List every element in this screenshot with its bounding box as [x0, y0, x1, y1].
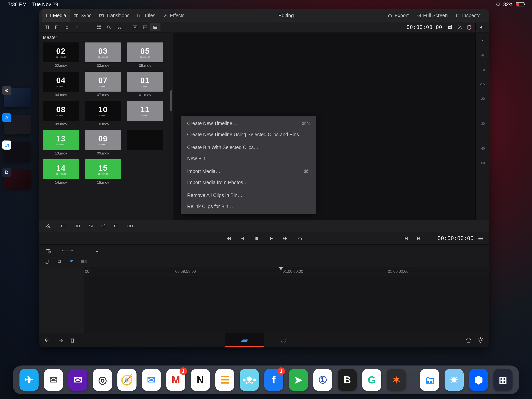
clip[interactable]	[127, 130, 163, 155]
tab-sync[interactable]: Sync	[70, 9, 95, 22]
menu-item[interactable]: Relink Clips for Bin…	[181, 201, 316, 212]
clip-thumbnail[interactable]	[127, 130, 163, 150]
menu-item[interactable]: Create Bin With Selected Clips…	[181, 142, 316, 153]
panel-toggle-button[interactable]	[42, 23, 52, 31]
dock-app-gmail[interactable]: M1	[166, 369, 185, 391]
clip[interactable]: 1501:00:00:0015.mov	[85, 159, 121, 185]
clip[interactable]: 0201:00:00:0002.mov	[43, 42, 79, 68]
clip-thumbnail[interactable]: 0201:00:00:00	[43, 42, 79, 62]
next-clip-button[interactable]	[415, 235, 423, 242]
menu-item[interactable]: Remove All Clips in Bin…	[181, 190, 316, 201]
dock-app-files[interactable]: 🗂	[420, 369, 439, 391]
bin-breadcrumb[interactable]: Master	[39, 33, 173, 41]
playhead-marker[interactable]	[279, 267, 283, 270]
tab-media[interactable]: Media	[43, 9, 70, 22]
flag-button[interactable]	[68, 258, 76, 265]
dock-app-bundle[interactable]: ⊞	[494, 369, 513, 391]
dock-app-yahoo[interactable]: ✉︎	[68, 369, 88, 391]
volume-button[interactable]	[477, 23, 487, 32]
clip[interactable]: 0901:00:00:0009.mov	[85, 130, 121, 155]
menu-item[interactable]: Create New Timeline Using Selected Clips…	[181, 129, 316, 140]
clip[interactable]: 0301:00:00:0003.mov	[85, 42, 121, 68]
clip[interactable]: 0501:00:00:0005.mov	[127, 42, 163, 68]
dock-app-apple-mail[interactable]: ✉︎	[142, 369, 161, 391]
home-button[interactable]	[465, 337, 472, 344]
prev-clip-button[interactable]	[402, 235, 410, 242]
clip-thumbnail[interactable]: 0401:00:00:00	[43, 72, 79, 91]
fx-button[interactable]	[72, 23, 82, 31]
tab-titles[interactable]: T Titles	[133, 9, 159, 22]
dock-app-facebook[interactable]: f1	[264, 369, 283, 391]
clip-thumbnail[interactable]: 1301:00:00:00	[43, 130, 79, 150]
dock-app-dropbox[interactable]: ⬢	[469, 369, 488, 391]
dock-app-feedly[interactable]: ➤	[289, 369, 308, 391]
clip-thumbnail[interactable]: 1501:00:00:00	[85, 159, 121, 179]
append-button[interactable]	[112, 221, 122, 231]
color-wheel-button[interactable]	[464, 23, 474, 32]
av-toggle-button[interactable]	[80, 258, 88, 265]
viewer-mode-button[interactable]	[150, 23, 160, 31]
clip-grid[interactable]: 0201:00:00:0002.mov0301:00:00:0003.mov05…	[39, 41, 173, 220]
settings-button[interactable]	[477, 337, 484, 344]
tab-transitions[interactable]: Transitions	[95, 9, 133, 22]
play-reverse-button[interactable]	[239, 235, 246, 242]
tab-export[interactable]: Export	[384, 9, 412, 22]
clip-thumbnail[interactable]: 0501:00:00:00	[127, 42, 163, 62]
clip-thumbnail[interactable]: 0801:00:00:00	[43, 101, 79, 121]
dock-app-safari[interactable]: 🧭	[117, 369, 137, 391]
dock-app-resolve[interactable]: ✶	[387, 369, 406, 391]
clip[interactable]: 1001:00:00:0010.mov	[85, 101, 121, 126]
delete-button[interactable]	[69, 337, 76, 344]
camera-toggle-button[interactable]	[446, 23, 455, 32]
menu-item[interactable]: New Bin	[181, 153, 316, 164]
dock-app-chrome[interactable]: ◎	[93, 369, 112, 391]
clip[interactable]: 1101:00:00:00	[127, 101, 163, 126]
clip-thumbnail[interactable]: 0901:00:00:00	[85, 130, 121, 150]
dock-app-grammarly[interactable]: G	[362, 369, 381, 391]
magic-button[interactable]	[455, 23, 464, 32]
dock-app-bear[interactable]: B	[338, 369, 357, 391]
menu-item[interactable]: Create New Timeline…⌘N	[181, 118, 316, 129]
dock-app-1password[interactable]: ①	[313, 369, 332, 391]
skip-back-button[interactable]	[224, 235, 232, 242]
clip-thumbnail[interactable]: 0301:00:00:00	[85, 42, 121, 62]
timeline-lock-button[interactable]	[43, 246, 53, 255]
insert-button[interactable]	[59, 221, 69, 231]
import-button[interactable]	[52, 23, 62, 31]
replace-button[interactable]	[85, 221, 96, 231]
fit-button[interactable]	[98, 221, 109, 231]
stage-thumb[interactable]: ⚙︎	[4, 87, 31, 107]
sort-button[interactable]	[114, 23, 124, 31]
viewer-mode-button[interactable]	[130, 23, 140, 31]
ripple-button[interactable]	[125, 221, 135, 231]
clip[interactable]: 1401:00:00:0014.mov	[43, 159, 79, 185]
overwrite-button[interactable]	[72, 221, 82, 231]
stop-button[interactable]	[253, 235, 261, 242]
cut-page-button[interactable]	[225, 333, 264, 347]
grid-view-button[interactable]	[94, 23, 104, 31]
edit-page-button[interactable]	[264, 333, 303, 347]
dock-app-notion[interactable]: N	[191, 369, 210, 391]
snap-button[interactable]	[43, 258, 51, 265]
stage-thumb[interactable]: A	[4, 115, 31, 135]
clip-thumbnail[interactable]: 1101:00:00:00	[127, 101, 163, 121]
sync-button[interactable]	[62, 23, 72, 31]
clip-thumbnail[interactable]: 1001:00:00:00	[85, 101, 121, 121]
stage-thumb[interactable]: 🗂	[4, 142, 31, 162]
stage-thumb[interactable]: D	[4, 169, 31, 189]
blade-button[interactable]	[43, 221, 53, 231]
dock-app-shortcuts[interactable]: ✷	[444, 369, 464, 391]
clip-thumbnail[interactable]: 1401:00:00:00	[43, 159, 79, 179]
clip[interactable]: 0801:00:00:0008.mov	[43, 101, 79, 126]
clip-thumbnail[interactable]: 0101:00:00:00	[127, 72, 163, 91]
redo-button[interactable]	[57, 337, 63, 344]
ruler[interactable]: 0000:59:58:0001:00:00:0001:00:02:00	[84, 267, 489, 276]
tab-inspector[interactable]: Inspector	[452, 9, 486, 22]
clip-thumbnail[interactable]: 0701:00:00:00	[85, 72, 121, 91]
dock-app-spark[interactable]: ✈︎	[19, 369, 38, 391]
play-button[interactable]	[267, 235, 275, 242]
dock-app-tweetbot[interactable]: •ᴥ•	[240, 369, 259, 391]
menu-item[interactable]: Import Media…⌘I	[181, 166, 316, 177]
clip[interactable]: 0101:00:00:0001.mov	[127, 72, 163, 97]
transport-menu-button[interactable]	[477, 235, 484, 242]
